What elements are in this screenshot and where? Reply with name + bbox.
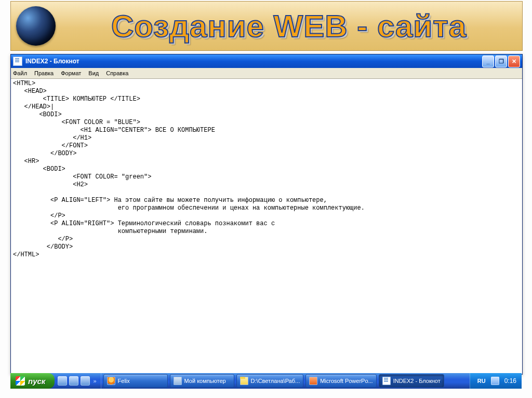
titlebar[interactable]: INDEX2 - Блокнот _ ❐ ✕ [11,54,522,68]
menu-help[interactable]: Справка [106,70,128,76]
pc-icon [174,377,182,385]
np-icon [382,377,391,385]
quicklaunch: » [55,373,101,389]
task-label: Felix [118,378,130,384]
quicklaunch-icon[interactable] [81,376,90,386]
slide-banner: Создание WEB - сайта [10,1,523,51]
menubar: Файл Правка Формат Вид Справка [11,68,522,79]
clock[interactable]: 0:16 [504,377,516,385]
window-title: INDEX2 - Блокнот [25,58,79,65]
task-label: INDEX2 - Блокнот [393,378,441,384]
task-label: Мой компьютер [184,378,226,384]
close-button[interactable]: ✕ [508,56,520,67]
fx-icon [107,377,115,385]
task-label: D:\Светлана\Раб... [251,378,300,384]
fold-icon [240,377,248,385]
notepad-icon [13,57,22,66]
taskbar-task[interactable]: Мой компьютер [170,374,234,388]
start-label: пуск [28,377,45,386]
system-tray: RU 0:16 [470,373,522,389]
menu-view[interactable]: Вид [88,70,99,76]
menu-edit[interactable]: Правка [34,70,54,76]
taskbar: пуск » FelixМой компьютерD:\Светлана\Раб… [10,373,522,389]
menu-file[interactable]: Файл [13,70,27,76]
task-label: Microsoft PowerPo... [320,378,373,384]
editor-area[interactable]: <HTML> <HEAD> <TITLE> КОМПЬЮТЕР </TITLE>… [11,79,522,374]
notepad-window: INDEX2 - Блокнот _ ❐ ✕ Файл Правка Форма… [10,54,523,375]
language-indicator[interactable]: RU [477,378,486,384]
globe-icon [16,6,56,46]
slide-title: Создание WEB - сайта [56,8,522,44]
pp-icon [309,377,317,385]
menu-format[interactable]: Формат [61,70,81,76]
tray-icon[interactable] [491,377,499,385]
windows-flag-icon [16,376,25,386]
taskbar-task[interactable]: Felix [103,374,168,388]
task-buttons: FelixМой компьютерD:\Светлана\Раб...Micr… [101,373,470,389]
maximize-button[interactable]: ❐ [495,56,507,67]
taskbar-task[interactable]: D:\Светлана\Раб... [236,374,304,388]
quicklaunch-icon[interactable] [58,376,67,386]
quicklaunch-icon[interactable] [69,376,78,386]
minimize-button[interactable]: _ [482,56,494,67]
start-button[interactable]: пуск [10,373,55,389]
taskbar-task[interactable]: Microsoft PowerPo... [305,374,376,388]
taskbar-task[interactable]: INDEX2 - Блокнот [379,374,444,388]
quicklaunch-more-icon[interactable]: » [92,378,97,384]
